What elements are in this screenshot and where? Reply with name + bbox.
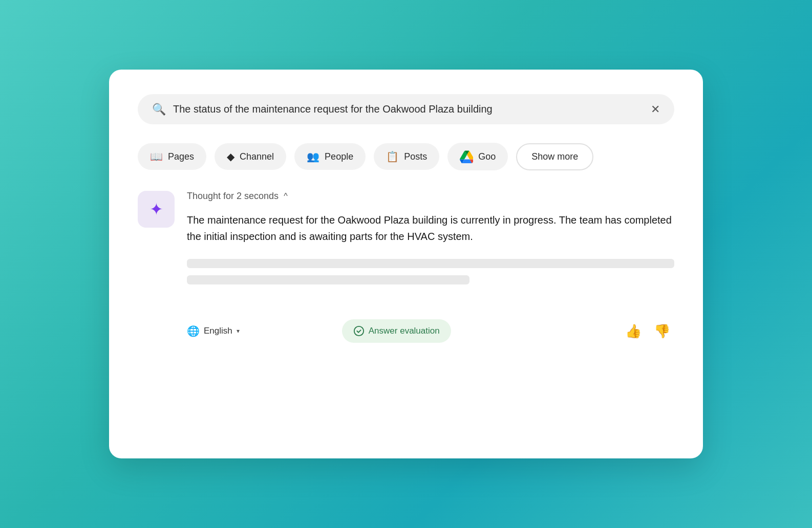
tab-people[interactable]: 👥 People (294, 143, 366, 170)
search-query: The status of the maintenance request fo… (173, 103, 644, 115)
thumbs-down-button[interactable]: 👎 (650, 321, 674, 341)
skeleton-lines (187, 259, 674, 284)
ai-answer-text: The maintenance request for the Oakwood … (187, 212, 674, 245)
ai-answer-section: ✦ Thought for 2 seconds ^ The maintenanc… (138, 191, 674, 303)
bottom-bar: 🌐 English ▾ Answer evaluation 👍 👎 (138, 319, 674, 343)
people-icon: 👥 (307, 150, 319, 163)
dropdown-arrow-icon: ▾ (237, 327, 240, 335)
search-bar: 🔍 The status of the maintenance request … (138, 94, 674, 124)
feedback-buttons: 👍 👎 (621, 321, 674, 341)
skeleton-line-1 (187, 259, 674, 268)
tab-pages[interactable]: 📖 Pages (138, 143, 206, 170)
pages-icon: 📖 (150, 150, 163, 163)
ai-sparkle-icon: ✦ (149, 200, 163, 219)
posts-icon: 📋 (386, 150, 399, 163)
ai-content: Thought for 2 seconds ^ The maintenance … (187, 191, 674, 303)
tab-channel-label: Channel (240, 151, 274, 162)
thought-label: Thought for 2 seconds (187, 191, 279, 202)
search-icon: 🔍 (152, 104, 166, 115)
thumbs-up-icon: 👍 (625, 323, 642, 339)
svg-point-0 (354, 326, 364, 336)
tab-google-label: Goo (478, 151, 496, 162)
tab-posts-label: Posts (404, 151, 427, 162)
close-icon[interactable]: ✕ (651, 104, 660, 115)
thought-header[interactable]: Thought for 2 seconds ^ (187, 191, 674, 202)
google-drive-icon (460, 150, 473, 163)
answer-evaluation-label: Answer evaluation (369, 326, 440, 336)
tab-posts[interactable]: 📋 Posts (374, 143, 439, 170)
chevron-up-icon: ^ (284, 192, 288, 201)
tab-channel[interactable]: ◆ Channel (215, 143, 286, 170)
channel-icon: ◆ (227, 150, 234, 163)
skeleton-line-2 (187, 275, 469, 284)
thumbs-up-button[interactable]: 👍 (621, 321, 646, 341)
thumbs-down-icon: 👎 (654, 323, 670, 339)
filter-tabs: 📖 Pages ◆ Channel 👥 People 📋 Posts Goo (138, 143, 674, 170)
tab-people-label: People (325, 151, 353, 162)
tab-google-drive[interactable]: Goo (447, 143, 508, 170)
eval-check-icon (353, 325, 365, 337)
main-card: 🔍 The status of the maintenance request … (109, 70, 703, 458)
language-button[interactable]: 🌐 English ▾ (187, 325, 240, 337)
ai-avatar: ✦ (138, 191, 175, 228)
show-more-button[interactable]: Show more (516, 143, 593, 170)
globe-icon: 🌐 (187, 325, 200, 337)
answer-evaluation-button[interactable]: Answer evaluation (342, 319, 451, 343)
tab-pages-label: Pages (168, 151, 194, 162)
show-more-label: Show more (531, 151, 578, 162)
language-label: English (204, 326, 232, 336)
